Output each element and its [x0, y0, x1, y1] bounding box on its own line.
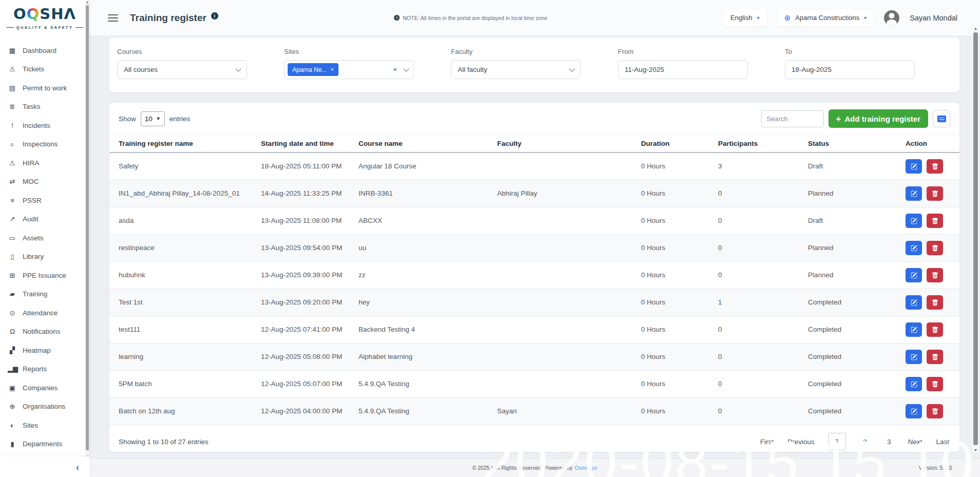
delete-button[interactable] — [927, 404, 943, 418]
sidebar-item[interactable]: ⚠ Tickets — [0, 60, 85, 79]
page-size-control: Show 10 ▼ entries — [119, 111, 190, 126]
column-header[interactable]: Status — [799, 135, 896, 152]
column-header[interactable]: Training register name — [109, 135, 252, 152]
pagination-previous[interactable]: Previous — [787, 438, 815, 446]
sidebar-item[interactable]: ▣ Companies — [0, 378, 85, 397]
sidebar-item[interactable]: ▮ Departments — [0, 435, 85, 454]
edit-button[interactable] — [906, 159, 922, 174]
search-input[interactable] — [761, 110, 824, 127]
edit-button[interactable] — [906, 214, 922, 228]
edit-button[interactable] — [906, 322, 922, 337]
delete-button[interactable] — [927, 268, 943, 282]
cell-duration: 0 Hours — [632, 321, 709, 338]
courses-label: Courses — [117, 48, 284, 55]
column-header[interactable]: Faculty — [488, 135, 632, 152]
sidebar-item[interactable]: ▦ Dashboard — [0, 41, 85, 60]
cell-action — [896, 400, 959, 423]
edit-button[interactable] — [906, 350, 922, 364]
scroll-up-icon[interactable]: ▲ — [972, 27, 979, 30]
cell-status: Draft — [799, 158, 896, 175]
sidebar-item-label: Attendance — [23, 309, 58, 317]
sidebar-item[interactable]: ⊙ Attendance — [0, 303, 85, 322]
delete-button[interactable] — [927, 322, 943, 337]
sites-multiselect[interactable]: Aparna Ne... × × — [284, 60, 414, 79]
delete-button[interactable] — [927, 350, 943, 364]
sidebar-item[interactable]: ⇄ MOC — [0, 173, 85, 192]
chip-remove-icon[interactable]: × — [330, 67, 333, 72]
delete-button[interactable] — [927, 186, 943, 201]
column-header[interactable]: Duration — [632, 135, 709, 152]
pagination-last[interactable]: Last — [936, 438, 949, 446]
scroll-up-icon[interactable]: ▲ — [85, 1, 89, 4]
faculty-select[interactable]: All faculty — [451, 60, 581, 79]
sidebar-item[interactable]: ⌕ Inspections — [0, 135, 85, 154]
sidebar-scrollbar[interactable]: ▲ — [85, 0, 89, 454]
page-number[interactable]: 3 — [884, 438, 894, 446]
user-avatar[interactable] — [884, 10, 899, 26]
sidebar-item[interactable]: ↗ Audit — [0, 210, 85, 229]
info-icon[interactable]: i — [211, 12, 218, 20]
sidebar-item[interactable]: Ω Notifications — [0, 322, 85, 341]
sidebar-scrollbar-thumb[interactable] — [86, 5, 89, 450]
clear-selection-icon[interactable]: × — [393, 66, 397, 73]
permit-to-work-icon: ▤ — [8, 84, 17, 92]
page-size-select[interactable]: 10 ▼ — [141, 111, 165, 126]
column-visibility-button[interactable] — [933, 110, 950, 127]
sidebar-item[interactable]: ▤ Permit to work — [0, 79, 85, 98]
sidebar-item[interactable]: ▯ Library — [0, 247, 85, 266]
pagination-first[interactable]: First — [760, 438, 774, 446]
page-number[interactable]: 2 — [860, 438, 870, 446]
sidebar-item[interactable]: ! Incidents — [0, 116, 85, 135]
edit-button[interactable] — [906, 268, 922, 282]
column-header[interactable]: Action — [896, 135, 959, 152]
sidebar-collapse-button[interactable]: ‹ — [76, 462, 79, 472]
sidebar-item[interactable]: ▭ Assets — [0, 228, 85, 247]
table-row: learning 12-Aug-2025 05:08:00 PM Alphabe… — [109, 344, 959, 371]
cell-training-register-name: hubuhnk — [109, 266, 252, 284]
sidebar-item[interactable]: ⊕ Organisations — [0, 397, 85, 416]
language-dropdown[interactable]: English ▾ — [723, 9, 767, 27]
cell-course-name: 5.4.9.QA Testing — [349, 375, 488, 393]
entries-label: entries — [169, 115, 191, 123]
sidebar-item[interactable]: ▞ Heatmap — [0, 341, 85, 360]
trash-icon — [932, 299, 938, 306]
page-scrollbar[interactable]: ▲ ▼ — [972, 26, 979, 453]
edit-button[interactable] — [906, 404, 922, 418]
sidebar-item[interactable]: ⊞ PPE Issuance — [0, 266, 85, 285]
sidebar-item[interactable]: ▰ Training — [0, 285, 85, 304]
edit-button[interactable] — [906, 295, 922, 310]
edit-button[interactable] — [906, 186, 922, 201]
delete-button[interactable] — [927, 377, 943, 391]
delete-button[interactable] — [927, 214, 943, 228]
to-date-input[interactable] — [785, 60, 915, 79]
osmosys-link[interactable]: Osmosys — [575, 465, 597, 471]
sidebar-menu: ▦ Dashboard ⚠ Tickets ▤ Permit to work ≣… — [0, 40, 89, 456]
sidebar-item[interactable]: ≣ Tasks — [0, 98, 85, 117]
delete-button[interactable] — [927, 241, 943, 255]
sidebar-item[interactable]: ◐ Sites — [0, 416, 85, 435]
scroll-down-icon[interactable]: ▼ — [972, 448, 979, 452]
courses-select[interactable]: All courses — [117, 60, 247, 79]
edit-button[interactable] — [906, 241, 922, 255]
sidebar-item[interactable]: ≡ PSSR — [0, 191, 85, 210]
pagination-next[interactable]: Next — [908, 438, 922, 446]
column-header[interactable]: Course name — [349, 135, 488, 152]
cell-starting-date: 14-Aug-2025 11:33:25 PM — [252, 185, 349, 202]
page-number[interactable]: 1 — [828, 433, 846, 450]
add-training-register-button[interactable]: + Add training register — [828, 109, 928, 128]
sidebar-item[interactable]: ⚠ HIRA — [0, 154, 85, 173]
menu-icon[interactable] — [108, 14, 118, 22]
cell-training-register-name: Test 1st — [109, 294, 252, 311]
organisation-dropdown[interactable]: ⊕ Aparna Constructions ▾ — [777, 9, 874, 27]
cell-faculty: Sayan — [488, 403, 632, 420]
from-date-input[interactable] — [618, 60, 748, 79]
delete-button[interactable] — [927, 295, 943, 310]
sidebar-item[interactable]: ▂▆ Reports — [0, 360, 85, 379]
cell-duration: 0 Hours — [632, 158, 709, 175]
edit-button[interactable] — [906, 377, 922, 391]
column-header[interactable]: Starting date and time — [252, 135, 349, 152]
globe-icon: ⊕ — [784, 14, 791, 22]
delete-button[interactable] — [927, 159, 943, 174]
column-header[interactable]: Participants — [709, 135, 799, 152]
page-scrollbar-thumb[interactable] — [973, 32, 978, 445]
